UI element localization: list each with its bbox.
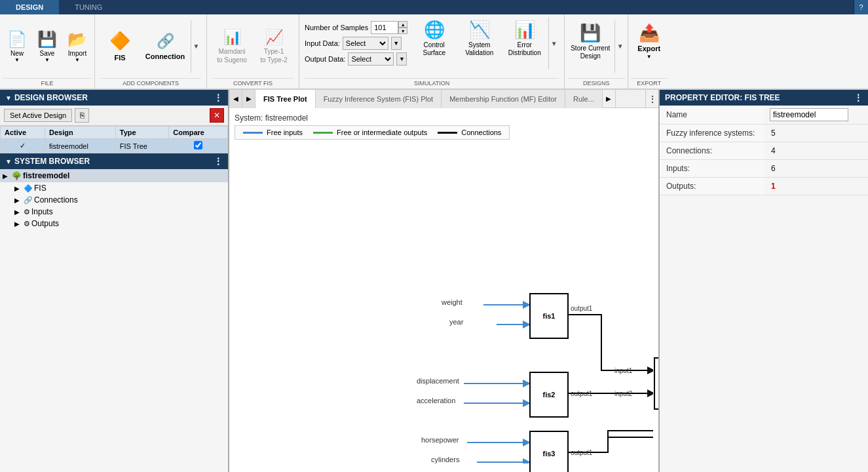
input-data-label: Input Data:: [305, 39, 340, 47]
output-data-label: Output Data:: [305, 55, 345, 63]
tree-conn-icon: 🔗: [24, 196, 33, 205]
col-active: Active: [1, 127, 45, 139]
tree-item-connections[interactable]: ▶ 🔗 Connections: [12, 194, 228, 206]
tab-more[interactable]: ▶: [603, 90, 616, 108]
num-samples-down[interactable]: ▼: [398, 28, 407, 34]
fis4-input1-label: input1: [614, 367, 632, 374]
add-dropdown-arrow[interactable]: ▼: [191, 20, 201, 73]
prop-conn-key: Connections:: [660, 142, 764, 159]
legend-free-inputs: Free inputs: [243, 128, 303, 136]
connection-button[interactable]: 🔗 Connection: [142, 20, 188, 73]
tab-rule[interactable]: Rule...: [565, 90, 603, 108]
tab-options[interactable]: ⋮: [645, 90, 658, 108]
num-samples-input[interactable]: [371, 21, 398, 34]
mamdani-icon: 📊: [223, 29, 241, 46]
design-browser-collapse-icon[interactable]: ▼: [5, 94, 12, 102]
tab-design[interactable]: DESIGN: [0, 0, 59, 14]
export-icon: 📤: [639, 23, 660, 43]
fis2-node[interactable]: fis2: [529, 372, 569, 418]
tree-item-fis[interactable]: ▶ 🔷 FIS: [12, 182, 228, 194]
tree-root-icon: 🌳: [12, 171, 22, 180]
property-editor-title: PROPERTY EDITOR: FIS TREE: [665, 93, 780, 102]
output-data-dropdown[interactable]: ▼: [396, 52, 407, 66]
type1-icon: 📈: [265, 29, 283, 46]
tree-fis-expand[interactable]: ▶: [14, 185, 22, 192]
new-dropdown-arrow: ▼: [14, 57, 20, 63]
col-design: Design: [45, 127, 116, 139]
fis4-node[interactable]: fis4: [654, 357, 658, 410]
input-weight-label: weight: [442, 298, 462, 306]
import-icon: 📂: [67, 30, 87, 49]
error-distribution-button[interactable]: 📊 Error Distribution: [503, 17, 546, 69]
tree-inputs-label: Inputs: [31, 207, 53, 216]
tab-nav-next[interactable]: ▶: [242, 90, 255, 108]
tree-fis-label: FIS: [34, 184, 47, 193]
design-browser: ▼ DESIGN BROWSER ⋮ Set Active Design ⎘ ✕…: [0, 90, 228, 153]
tab-mf-editor[interactable]: Membership Function (MF) Editor: [442, 90, 565, 108]
new-icon: 📄: [7, 30, 27, 49]
design-browser-title: DESIGN BROWSER: [14, 93, 88, 102]
num-samples-label: Number of Samples: [305, 24, 368, 31]
fis4-input2-label: input2: [614, 390, 632, 397]
col-type: Type: [115, 127, 169, 139]
system-browser-collapse-icon[interactable]: ▼: [5, 158, 12, 165]
input-acceleration-label: acceleration: [417, 397, 455, 404]
legend-connections: Connections: [438, 128, 501, 136]
fis2-output1-label: output1: [571, 390, 592, 397]
tree-conn-expand[interactable]: ▶: [14, 197, 22, 204]
fis-button[interactable]: 🔶 FIS: [100, 20, 140, 73]
tab-tuning[interactable]: TUNING: [59, 0, 118, 14]
property-editor-options-icon[interactable]: ⋮: [854, 92, 863, 103]
system-label: System: fistreemodel: [235, 113, 653, 123]
copy-design-button[interactable]: ⎘: [75, 108, 89, 123]
tab-nav-prev[interactable]: ◀: [229, 90, 242, 108]
design-browser-options-icon[interactable]: ⋮: [214, 92, 223, 103]
help-button[interactable]: ?: [854, 0, 868, 14]
design-row[interactable]: ✓ fistreemodel FIS Tree: [1, 139, 228, 153]
mamdani-to-sugeno-button[interactable]: 📊 Mamdanito Sugeno: [212, 20, 252, 73]
fis1-node[interactable]: fis1: [529, 293, 569, 339]
output-data-select[interactable]: Select: [348, 52, 394, 66]
tree-outputs-icon: ⚙: [24, 220, 30, 228]
input-data-select[interactable]: Select: [343, 37, 388, 50]
type1-to-type2-button[interactable]: 📈 Type-1to Type-2: [254, 20, 293, 73]
tab-fis-tree-plot[interactable]: FIS Tree Plot: [255, 90, 316, 108]
tree-item-outputs[interactable]: ▶ ⚙ Outputs: [12, 218, 228, 229]
store-current-design-button[interactable]: 💾 Store Current Design: [567, 20, 613, 73]
input-year-label: year: [449, 318, 463, 326]
input-data-dropdown[interactable]: ▼: [391, 37, 402, 50]
control-surface-button[interactable]: 🌐 Control Surface: [413, 17, 455, 69]
compare-checkbox[interactable]: [194, 141, 202, 149]
tree-root-label: fistreemodel: [23, 171, 69, 180]
set-active-design-button[interactable]: Set Active Design: [4, 109, 72, 122]
new-button[interactable]: 📄 New ▼: [3, 20, 31, 73]
designs-more-arrow[interactable]: ▼: [614, 20, 625, 73]
tab-fis-plot[interactable]: Fuzzy Inference System (FIS) Plot: [316, 90, 442, 108]
col-compare: Compare: [169, 127, 228, 139]
export-button[interactable]: 📤 Export ▼: [631, 20, 667, 73]
control-surface-icon: 🌐: [424, 20, 445, 40]
fis3-output1-label: output1: [571, 449, 592, 456]
system-browser-options-icon[interactable]: ⋮: [214, 156, 223, 167]
save-dropdown-arrow: ▼: [45, 57, 50, 63]
tree-root-expand[interactable]: ▶: [3, 172, 10, 180]
prop-conn-val: 4: [764, 142, 868, 159]
input-displacement-label: displacement: [417, 377, 459, 385]
fis3-node[interactable]: fis3: [529, 431, 569, 472]
tree-outputs-expand[interactable]: ▶: [14, 220, 22, 227]
prop-name-key: Name: [660, 106, 764, 123]
prop-name-value[interactable]: [770, 108, 848, 121]
sim-more-arrow[interactable]: ▼: [548, 17, 559, 69]
tree-item-inputs[interactable]: ▶ ⚙ Inputs: [12, 206, 228, 218]
prop-outputs-key: Outputs:: [660, 178, 764, 195]
tree-root-item[interactable]: ▶ 🌳 fistreemodel: [0, 169, 228, 182]
system-validation-button[interactable]: 📉 System Validation: [458, 17, 500, 69]
close-design-button[interactable]: ✕: [210, 108, 224, 123]
input-cylinders-label: cylinders: [431, 456, 459, 463]
prop-inputs-val: 6: [764, 160, 868, 177]
fis-icon: 🔶: [109, 31, 130, 51]
save-button[interactable]: 💾 Save ▼: [33, 20, 62, 73]
import-button[interactable]: 📂 Import ▼: [63, 20, 92, 73]
tree-inputs-expand[interactable]: ▶: [14, 208, 22, 216]
num-samples-up[interactable]: ▲: [398, 21, 407, 28]
